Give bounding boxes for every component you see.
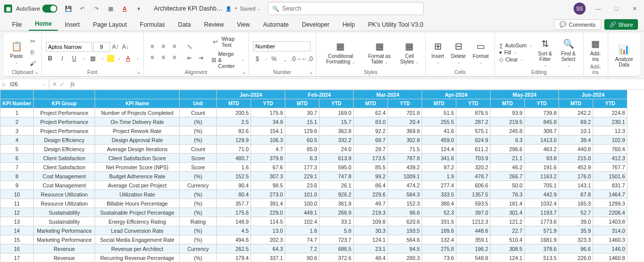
name-box[interactable]: I26⌄: [7, 79, 49, 89]
fx-icon[interactable]: fx: [67, 81, 78, 88]
increase-font-icon[interactable]: A↑: [111, 42, 120, 51]
format-as-table-button[interactable]: ▦Format as Table ⌄: [364, 39, 395, 66]
table-row[interactable]: 2Project PerformanceOn-Time Delivery Rat…: [1, 117, 627, 126]
table-row[interactable]: 13SustainabilityEnergy Efficiency Rating…: [1, 217, 627, 226]
sort-filter-button[interactable]: ⇅Sort & Filter ⌄: [535, 37, 555, 69]
tab-pk-s-utility-tool-v3-0[interactable]: PK's Utility Tool V3.0: [362, 18, 429, 31]
addins-button[interactable]: ▦Add-ins: [588, 37, 604, 63]
percent-icon[interactable]: %: [270, 54, 279, 63]
align-left[interactable]: ≡: [148, 53, 157, 62]
table-row[interactable]: 1Project PerformanceNumber of Projects C…: [1, 108, 627, 117]
insert-cells-button[interactable]: ⊞Insert⌄: [430, 39, 446, 66]
tab-developer[interactable]: Developer: [296, 18, 336, 31]
decrease-indent-icon[interactable]: ⇤: [185, 53, 194, 62]
font-size-input[interactable]: [93, 42, 110, 52]
tab-file[interactable]: File: [6, 18, 28, 31]
increase-decimal-icon[interactable]: .0→: [292, 54, 301, 63]
table-row[interactable]: 10Resource UtilizationUtilization Rate(%…: [1, 190, 627, 199]
align-top[interactable]: ≡: [148, 42, 157, 51]
comments-button[interactable]: 💬 Comments: [554, 19, 601, 30]
table-row[interactable]: 11Resource UtilizationBillable Hours Per…: [1, 199, 627, 208]
font-color-icon[interactable]: A: [121, 5, 129, 13]
orientation-icon[interactable]: ⤡: [185, 42, 194, 51]
merge-center-button[interactable]: ⊞Merge & Center ⌄: [211, 51, 245, 69]
table-row[interactable]: 14Marketing PerformanceLead Conversion R…: [1, 226, 627, 235]
table-row[interactable]: 9Cost ManagementAverage Cost per Project…: [1, 181, 627, 190]
align-middle[interactable]: ≡: [159, 42, 168, 51]
table-row[interactable]: 7Client SatisfactionNet Promoter Score (…: [1, 163, 627, 172]
fill-button[interactable]: ▾ Fill ⌄: [499, 49, 532, 55]
number-format-select[interactable]: [253, 41, 310, 51]
formula-input[interactable]: [78, 79, 644, 89]
save-status[interactable]: Saved ⌄: [240, 6, 261, 12]
borders-button[interactable]: ▦: [89, 54, 98, 63]
delete-cells-button[interactable]: ⊟Delete⌄: [449, 39, 468, 66]
table-row[interactable]: 5Design EfficiencyAverage Design Iterati…: [1, 145, 627, 154]
align-right[interactable]: ≡: [170, 53, 179, 62]
copy-icon[interactable]: ⎘: [28, 48, 37, 57]
alignment-launcher-icon[interactable]: ↘: [242, 70, 247, 75]
format-cells-button[interactable]: ▭Format⌄: [471, 39, 491, 66]
wrap-text-button[interactable]: ↩Wrap Text: [211, 36, 245, 48]
italic-button[interactable]: I: [58, 54, 67, 63]
document-title[interactable]: Architecture KPI Dashb… 👤 • Saved ⌄: [154, 5, 261, 12]
search-input[interactable]: [282, 5, 419, 12]
undo-icon[interactable]: ↶: [78, 5, 87, 13]
tab-review[interactable]: Review: [198, 18, 229, 31]
currency-icon[interactable]: $: [253, 54, 262, 63]
search-box[interactable]: 🔍: [268, 2, 424, 15]
qat-dropdown-icon[interactable]: ▾: [135, 5, 143, 13]
maximize-button[interactable]: □: [611, 3, 622, 14]
number-launcher-icon[interactable]: ↘: [309, 70, 314, 75]
align-bottom[interactable]: ≡: [170, 42, 179, 51]
table-row[interactable]: 3Project PerformanceProject Rework Rate(…: [1, 126, 627, 136]
spreadsheet-grid[interactable]: Jan-2024Feb-2024Mar-2024Apr-2024May-2024…: [0, 90, 644, 261]
save-icon[interactable]: 💾: [64, 5, 72, 13]
tab-data[interactable]: Data: [172, 18, 197, 31]
namebox-expand-icon[interactable]: ⌂: [0, 81, 7, 87]
redo-icon[interactable]: ↷: [93, 5, 101, 13]
table-row[interactable]: 12SustainabilitySustainable Project Perc…: [1, 208, 627, 217]
clipboard-launcher-icon[interactable]: ↘: [34, 70, 39, 75]
autosave-toggle[interactable]: [42, 5, 57, 13]
borders-icon[interactable]: ▦: [107, 5, 115, 13]
tab-view[interactable]: View: [231, 18, 256, 31]
minimize-button[interactable]: —: [593, 3, 604, 14]
enter-formula-icon[interactable]: ✓: [60, 81, 64, 88]
align-center[interactable]: ≡: [159, 53, 168, 62]
font-name-input[interactable]: [46, 42, 92, 52]
tab-home[interactable]: Home: [29, 17, 57, 31]
comma-icon[interactable]: ,: [281, 54, 290, 63]
decrease-decimal-icon[interactable]: ←.0: [303, 54, 312, 63]
decrease-font-icon[interactable]: A↓: [121, 42, 130, 51]
table-row[interactable]: 8Cost ManagementBudget Adherence Rate(%)…: [1, 172, 627, 181]
autosum-button[interactable]: ∑ AutoSum ⌄: [499, 42, 532, 48]
tab-help[interactable]: Help: [337, 18, 361, 31]
fill-color-button[interactable]: [107, 55, 114, 62]
paste-button[interactable]: 📋 Paste⌄: [8, 39, 25, 66]
avatar[interactable]: SS: [574, 3, 586, 15]
table-row[interactable]: 16RevenueRevenue per ArchitectCurrency26…: [1, 244, 627, 253]
autosave[interactable]: AutoSave: [16, 5, 57, 13]
cell-styles-button[interactable]: ▦Cell Styles ⌄: [398, 39, 421, 66]
tab-insert[interactable]: Insert: [59, 18, 86, 31]
tab-formulas[interactable]: Formulas: [134, 18, 171, 31]
find-select-button[interactable]: 🔍Find & Select ⌄: [558, 37, 579, 69]
analyze-data-button[interactable]: 📊Analyze Data: [612, 42, 636, 69]
table-row[interactable]: 6Client SatisfactionClient Satisfaction …: [1, 154, 627, 163]
close-button[interactable]: ✕: [629, 3, 640, 14]
tab-page-layout[interactable]: Page Layout: [87, 18, 133, 31]
font-launcher-icon[interactable]: ↘: [136, 70, 141, 75]
share-button[interactable]: 🔗 Share: [604, 19, 638, 30]
conditional-formatting-button[interactable]: ▦Conditional Formatting ⌄: [320, 39, 361, 66]
clear-button[interactable]: ◇ Clear ⌄: [499, 56, 532, 62]
increase-indent-icon[interactable]: ⇥: [196, 53, 205, 62]
bold-button[interactable]: B: [46, 54, 55, 63]
table-row[interactable]: 15Marketing PerformanceSocial Media Enga…: [1, 235, 627, 244]
font-color-button[interactable]: A: [124, 54, 133, 63]
table-row[interactable]: 4Design EfficiencyDesign Approval Rate(%…: [1, 136, 627, 145]
cancel-formula-icon[interactable]: ✕: [52, 81, 57, 88]
format-painter-icon[interactable]: 🖌: [28, 59, 37, 68]
table-row[interactable]: 17RevenueRecurring Revenue Percentage(%)…: [1, 253, 627, 261]
tab-automate[interactable]: Automate: [257, 18, 295, 31]
